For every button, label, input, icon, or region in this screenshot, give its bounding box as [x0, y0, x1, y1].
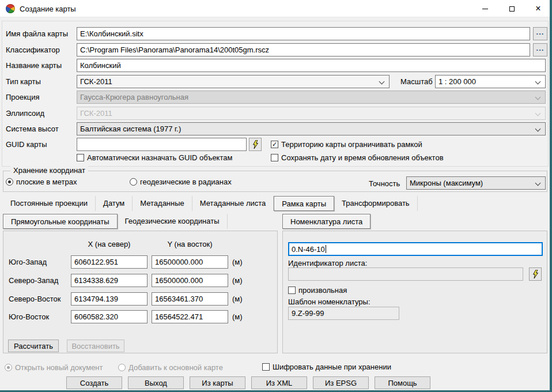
unchecked-box-icon	[262, 363, 270, 371]
help-button[interactable]: Помощь	[375, 376, 430, 389]
encrypt-data-checkbox[interactable]: Шифровать данные при хранении	[262, 363, 391, 371]
minimize-button[interactable]	[472, 0, 498, 17]
classifier-label: Классификатор	[6, 46, 60, 54]
map-type-select[interactable]: ГСК-2011	[77, 75, 390, 88]
height-system-label: Система высот	[6, 125, 59, 133]
exit-button[interactable]: Выход	[128, 376, 184, 389]
corner-label-nw: Северо-Запад	[9, 276, 58, 285]
footer-button-bar: Создать Выход Из карты Из XML Из EPSG По…	[66, 376, 430, 389]
from-map-button[interactable]: Из карты	[190, 376, 245, 389]
chevron-down-icon	[535, 111, 541, 116]
browse-file-button[interactable]: ...	[533, 27, 547, 40]
browse-classifier-button[interactable]: ...	[533, 43, 547, 56]
storage-group-legend: Хранение координат	[10, 166, 88, 175]
arbitrary-checkbox[interactable]: произвольная	[288, 286, 347, 295]
sheet-id-label: Идентификатор листа:	[288, 259, 367, 267]
map-name-input[interactable]: Колбинский	[77, 59, 546, 72]
ellipsoid-label: Эллипсоид	[6, 109, 44, 118]
radio-selected-icon	[5, 364, 12, 371]
sw-y-input[interactable]: 16500000.000	[152, 255, 228, 269]
scale-select[interactable]: 1 : 200 000	[435, 75, 546, 88]
from-xml-button[interactable]: Из XML	[251, 376, 307, 389]
map-creation-dialog: Создание карты × Имя файла карты E:\Колб…	[0, 0, 552, 392]
text-caret	[326, 245, 326, 253]
radio-unselected-icon	[118, 364, 126, 371]
radio-unselected-icon	[130, 178, 137, 186]
auto-guid-checkbox[interactable]: Автоматически назначать GUID объектам	[77, 153, 232, 162]
map-name-label: Название карты	[6, 61, 62, 70]
lightning-icon	[532, 270, 539, 278]
projection-select: Гаусса-Крюгера равноугольная	[77, 91, 546, 104]
tab-metadata[interactable]: Метаданные	[133, 196, 192, 211]
unchecked-box-icon	[77, 154, 84, 161]
guid-label: GUID карты	[6, 140, 47, 149]
save-datetime-checkbox[interactable]: Сохранять дату и время обновления объект…	[271, 153, 444, 162]
file-name-input[interactable]: E:\Колбинский.sitx	[77, 27, 530, 40]
sheet-id-input	[288, 267, 523, 281]
tab-geodesic-coords[interactable]: Геодезические координаты	[118, 214, 228, 229]
limit-frame-checkbox[interactable]: ✓Территорию карты ограничивать рамкой	[271, 140, 422, 149]
coords-tab-bar: Прямоугольные координаты Геодезические к…	[3, 214, 228, 229]
nw-y-input[interactable]: 16500000.000	[152, 274, 228, 287]
chevron-down-icon	[535, 95, 541, 100]
tab-sheet-metadata[interactable]: Метаданные листа	[192, 196, 274, 211]
tab-constant-projections[interactable]: Постоянные проекции	[3, 196, 96, 211]
ne-y-input[interactable]: 16563461.370	[152, 292, 228, 306]
geodesic-radians-radio[interactable]: геодезические в радианах	[130, 178, 232, 186]
calculate-button[interactable]: Рассчитать	[8, 340, 59, 352]
map-type-label: Тип карты	[6, 77, 41, 86]
panorama-app-icon	[6, 4, 15, 13]
ne-x-input[interactable]: 6134794.139	[71, 292, 148, 306]
unit-label: (м)	[232, 276, 243, 285]
unchecked-box-icon	[288, 287, 296, 294]
sw-x-input[interactable]: 6060122.951	[71, 255, 148, 269]
se-x-input[interactable]: 6060582.320	[71, 310, 148, 323]
chevron-down-icon	[379, 79, 385, 85]
tab-map-frame[interactable]: Рамка карты	[274, 196, 334, 211]
title-bar[interactable]: Создание карты ×	[0, 0, 550, 17]
precision-label: Точность	[369, 179, 400, 188]
close-button[interactable]: ×	[525, 0, 551, 17]
open-new-document-radio: Открыть новый документ	[5, 363, 103, 372]
corner-label-ne: Северо-Восток	[9, 295, 61, 303]
generate-guid-button[interactable]	[249, 138, 262, 151]
unit-label: (м)	[232, 312, 243, 321]
x-column-header: X (на север)	[71, 240, 148, 248]
ellipsoid-select: ГСК-2011	[77, 107, 546, 120]
nomenclature-input[interactable]: 0.N-46-10	[288, 242, 543, 256]
classifier-input[interactable]: C:\Program Files\Panorama\Panorama14\200…	[77, 43, 530, 56]
unchecked-box-icon	[271, 154, 278, 161]
height-system-select[interactable]: Балтийская система (1977 г.)	[77, 122, 546, 135]
tab-transform[interactable]: Трансформировать	[334, 196, 418, 211]
generate-sheet-id-button[interactable]	[529, 267, 542, 281]
chevron-down-icon	[535, 180, 541, 186]
restore-button: Восстановить	[67, 340, 124, 352]
from-epsg-button[interactable]: Из EPSG	[313, 376, 369, 389]
tab-sheet-nomenclature[interactable]: Номенклатура листа	[282, 214, 370, 229]
window-title: Создание карты	[20, 5, 76, 13]
unit-label: (м)	[232, 258, 243, 266]
radio-selected-icon	[6, 178, 13, 186]
nw-x-input[interactable]: 6134338.629	[71, 274, 148, 287]
create-button[interactable]: Создать	[66, 376, 122, 389]
minimize-icon	[482, 9, 488, 9]
maximize-icon	[509, 6, 515, 12]
corner-label-sw: Юго-Запад	[9, 258, 47, 266]
close-icon: ×	[535, 4, 540, 13]
flat-meters-radio[interactable]: плоские в метрах	[6, 178, 77, 186]
guid-input[interactable]	[77, 138, 247, 151]
add-to-main-map-radio: Добавить к основной карте	[118, 363, 223, 372]
tab-datum[interactable]: Датум	[96, 196, 133, 211]
projection-label: Проекция	[6, 93, 39, 101]
tab-rectangular-coords[interactable]: Прямоугольные координаты	[3, 214, 118, 229]
maximize-button[interactable]	[498, 0, 525, 17]
se-y-input[interactable]: 16564522.471	[152, 310, 228, 323]
scale-label: Масштаб	[400, 77, 433, 86]
unit-label: (м)	[232, 295, 243, 303]
precision-select[interactable]: Микроны (максимум)	[406, 176, 546, 190]
sheet-tab-bar: Номенклатура листа	[282, 214, 370, 229]
chevron-down-icon	[535, 79, 541, 85]
nomenclature-template-input: 9.Z-99-99	[288, 307, 399, 320]
corner-label-se: Юго-Восток	[9, 312, 49, 321]
y-column-header: Y (на восток)	[152, 240, 228, 248]
